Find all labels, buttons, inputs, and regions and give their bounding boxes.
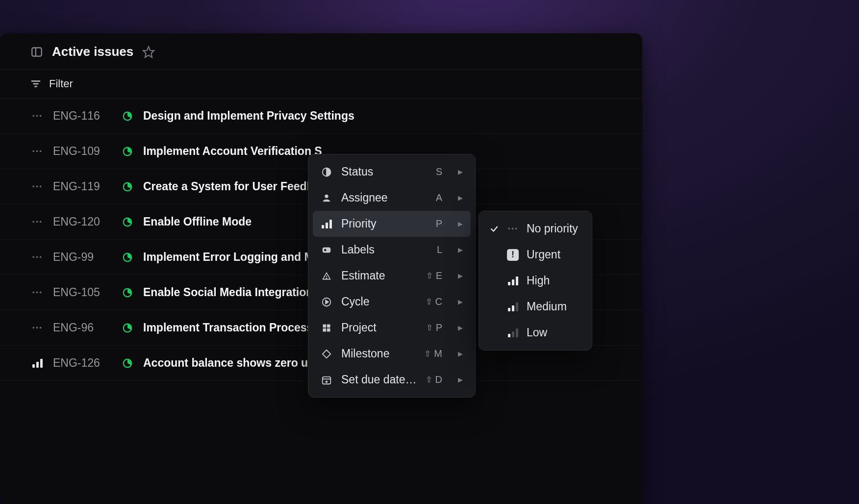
priority-low-icon <box>508 328 518 337</box>
priority-indicator[interactable]: ··· <box>30 286 44 299</box>
priority-option-high[interactable]: High <box>483 268 587 294</box>
shortcut: S <box>436 166 442 177</box>
label-icon <box>321 244 332 256</box>
menu-item-milestone[interactable]: Milestone⇧M▶ <box>313 341 471 367</box>
submenu-arrow-icon: ▶ <box>458 376 463 383</box>
header-bar: Active issues <box>0 33 642 70</box>
filter-icon[interactable] <box>30 78 41 89</box>
shortcut: ⇧M <box>424 348 442 359</box>
issue-id: ENG-119 <box>53 180 112 193</box>
status-icon[interactable] <box>121 287 134 298</box>
menu-item-label: Set due date… <box>341 373 417 386</box>
status-icon[interactable] <box>121 252 134 263</box>
no-priority-icon: ··· <box>32 322 42 334</box>
priority-option-low[interactable]: Low <box>483 320 587 346</box>
star-icon[interactable] <box>142 46 155 58</box>
issue-title: Enable Offline Mode <box>143 215 252 228</box>
priority-indicator[interactable]: ··· <box>30 180 44 193</box>
menu-item-label: Cycle <box>341 295 417 308</box>
issue-title: Enable Social Media Integration <box>143 286 313 299</box>
issue-row[interactable]: ···ENG-116Design and Implement Privacy S… <box>0 99 642 134</box>
status-icon[interactable] <box>121 323 134 333</box>
panel-toggle-icon[interactable] <box>30 46 43 58</box>
context-menu: StatusS▶AssigneeA▶PriorityP▶LabelsL▶Esti… <box>308 154 476 398</box>
status-icon[interactable] <box>121 181 134 192</box>
shortcut: ⇧E <box>426 270 442 281</box>
priority-indicator[interactable]: ··· <box>30 145 44 158</box>
issue-id: ENG-96 <box>53 321 112 334</box>
priority-option-label: Low <box>527 326 547 339</box>
no-priority-icon: ··· <box>32 145 42 158</box>
issue-id: ENG-109 <box>53 145 112 158</box>
status-icon[interactable] <box>121 111 134 122</box>
priority-bars-icon <box>321 218 332 230</box>
svg-rect-0 <box>32 48 42 56</box>
svg-marker-26 <box>323 350 331 358</box>
svg-rect-25 <box>327 328 330 331</box>
filter-label[interactable]: Filter <box>49 77 73 90</box>
priority-option-medium[interactable]: Medium <box>483 294 587 320</box>
svg-marker-21 <box>326 300 328 303</box>
status-icon[interactable] <box>121 358 134 369</box>
no-priority-icon: ··· <box>32 216 42 228</box>
priority-option-no-priority[interactable]: ···No priority <box>483 216 587 242</box>
priority-option-label: Medium <box>527 300 567 313</box>
shortcut: P <box>436 218 442 229</box>
menu-item-label: Labels <box>341 243 428 256</box>
status-icon <box>321 166 332 178</box>
svg-rect-22 <box>323 324 327 328</box>
estimate-icon <box>321 270 332 282</box>
menu-item-estimate[interactable]: Estimate⇧E▶ <box>313 263 471 289</box>
priority-medium-icon <box>508 302 518 311</box>
menu-item-project[interactable]: Project⇧P▶ <box>313 315 471 341</box>
submenu-arrow-icon: ▶ <box>458 350 463 357</box>
project-icon <box>321 322 332 334</box>
submenu-arrow-icon: ▶ <box>458 298 463 305</box>
submenu-arrow-icon: ▶ <box>458 220 463 227</box>
menu-item-status[interactable]: StatusS▶ <box>313 159 471 185</box>
priority-bars-icon <box>32 359 43 368</box>
no-priority-icon: ··· <box>32 251 42 264</box>
menu-item-assignee[interactable]: AssigneeA▶ <box>313 185 471 211</box>
submenu-arrow-icon: ▶ <box>458 194 463 202</box>
urgent-icon: ! <box>507 249 519 261</box>
no-priority-icon: ··· <box>32 110 42 123</box>
page-title: Active issues <box>52 44 133 59</box>
submenu-arrow-icon: ▶ <box>458 272 463 279</box>
status-icon[interactable] <box>121 217 134 227</box>
issue-title: Implement Transaction Processi <box>143 321 316 334</box>
priority-option-label: Urgent <box>527 248 560 261</box>
priority-indicator[interactable]: ··· <box>30 322 44 334</box>
priority-indicator[interactable]: ··· <box>30 110 44 123</box>
menu-item-set-due-date[interactable]: Set due date…⇧D▶ <box>313 367 471 393</box>
menu-item-label: Status <box>341 165 427 178</box>
shortcut: L <box>437 244 442 255</box>
svg-rect-23 <box>327 324 330 328</box>
priority-option-label: High <box>527 274 550 287</box>
svg-point-17 <box>324 249 327 251</box>
svg-point-19 <box>326 278 327 278</box>
priority-submenu: ···No priority!UrgentHighMediumLow <box>479 211 592 351</box>
issue-id: ENG-99 <box>53 251 112 264</box>
menu-item-label: Priority <box>341 217 427 230</box>
status-icon[interactable] <box>121 146 134 157</box>
shortcut: ⇧C <box>426 296 442 307</box>
shortcut: ⇧P <box>426 322 442 333</box>
issue-title: Create a System for User Feedb <box>143 180 314 193</box>
issue-id: ENG-120 <box>53 215 112 228</box>
assignee-icon <box>321 192 332 204</box>
priority-indicator[interactable]: ··· <box>30 216 44 228</box>
no-priority-icon: ··· <box>32 286 42 299</box>
priority-indicator[interactable] <box>30 359 44 368</box>
priority-indicator[interactable]: ··· <box>30 251 44 264</box>
menu-item-label: Project <box>341 321 417 334</box>
menu-item-priority[interactable]: PriorityP▶ <box>313 211 471 237</box>
issue-title: Implement Account Verification S <box>143 145 322 158</box>
menu-item-labels[interactable]: LabelsL▶ <box>313 237 471 263</box>
priority-option-urgent[interactable]: !Urgent <box>483 242 587 268</box>
issue-id: ENG-126 <box>53 356 112 370</box>
menu-item-cycle[interactable]: Cycle⇧C▶ <box>313 289 471 315</box>
submenu-arrow-icon: ▶ <box>458 246 463 253</box>
issue-title: Implement Error Logging and Mo <box>143 251 321 264</box>
shortcut: A <box>436 192 442 203</box>
